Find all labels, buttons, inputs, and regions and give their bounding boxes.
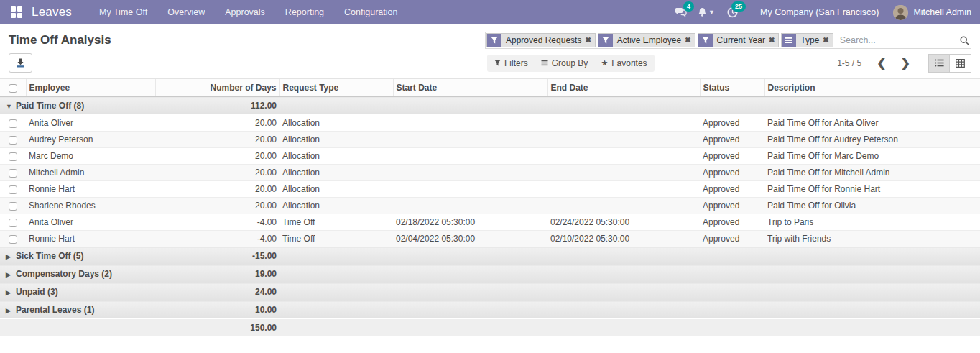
group-row-sick-time-off[interactable]: ▶Sick Time Off (5) -15.00	[0, 247, 980, 265]
column-header-number-of-days[interactable]: Number of Days	[155, 79, 279, 97]
chevron-down-icon: ▼	[708, 9, 715, 16]
download-icon	[16, 58, 25, 68]
cell-days: 20.00	[155, 132, 279, 148]
caret-right-icon: ▶	[6, 271, 16, 278]
filters-button[interactable]: Filters	[494, 58, 528, 68]
filters-label: Filters	[504, 58, 528, 68]
cell-request-type: Allocation	[279, 198, 393, 214]
cell-status: Approved	[700, 198, 764, 214]
menu-overview[interactable]: Overview	[159, 1, 213, 24]
company-switcher[interactable]: My Company (San Francisco)	[760, 7, 879, 17]
cell-days: 20.00	[155, 165, 279, 181]
group-row-unpaid[interactable]: ▶Unpaid (3) 24.00	[0, 283, 980, 301]
messages-icon[interactable]: 4	[671, 4, 690, 21]
column-header-request-type[interactable]: Request Type	[279, 79, 393, 97]
row-checkbox[interactable]	[9, 169, 17, 178]
group-label: Unpaid (3)	[16, 287, 58, 297]
table-row[interactable]: Anita Oliver 20.00 Allocation Approved P…	[0, 115, 980, 132]
notifications-bell-icon[interactable]: ▼	[697, 4, 716, 21]
cell-start-date	[393, 198, 547, 214]
cell-request-type: Allocation	[279, 165, 393, 181]
pager-range: 1-5 / 5	[837, 58, 861, 68]
row-checkbox[interactable]	[9, 119, 17, 128]
bars-icon	[541, 60, 548, 66]
cell-start-date	[393, 165, 547, 181]
column-header-start-date[interactable]: Start Date	[393, 79, 547, 97]
cell-status: Approved	[700, 132, 764, 148]
app-title[interactable]: Leaves	[32, 5, 72, 19]
cell-description: Trip to Paris	[764, 214, 980, 231]
row-checkbox[interactable]	[9, 202, 17, 211]
list-view-button[interactable]	[928, 54, 950, 73]
table-row[interactable]: Ronnie Hart -4.00 Time Off 02/04/2022 05…	[0, 231, 980, 247]
activities-badge: 25	[731, 1, 746, 12]
table-row[interactable]: Anita Oliver -4.00 Time Off 02/18/2022 0…	[0, 214, 980, 231]
pager-next-icon[interactable]: ❯	[896, 58, 915, 69]
pager-previous-icon[interactable]: ❮	[872, 58, 891, 69]
table-row[interactable]: Ronnie Hart 20.00 Allocation Approved Pa…	[0, 181, 980, 198]
group-row-paid-time-off[interactable]: ▼Paid Time Off (8) 112.00	[0, 97, 980, 115]
favorites-button[interactable]: ★ Favorites	[601, 58, 647, 68]
group-label: Sick Time Off (5)	[16, 251, 83, 261]
user-menu[interactable]: Mitchell Admin	[893, 5, 971, 20]
cell-description: Paid Time Off for Marc Demo	[764, 148, 980, 165]
export-button[interactable]	[9, 53, 32, 73]
cell-days: -4.00	[155, 214, 279, 231]
pivot-view-button[interactable]	[950, 54, 971, 73]
row-checkbox[interactable]	[9, 152, 17, 161]
facet-remove-icon[interactable]: ✖	[584, 34, 594, 47]
group-days-total: 10.00	[155, 301, 279, 319]
facet-label: Approved Requests	[501, 34, 584, 47]
search-icon[interactable]	[960, 36, 970, 45]
cell-employee: Mitchell Admin	[26, 165, 155, 181]
table-row[interactable]: Audrey Peterson 20.00 Allocation Approve…	[0, 132, 980, 148]
row-checkbox[interactable]	[9, 219, 17, 227]
cell-request-type: Allocation	[279, 181, 393, 198]
column-header-employee[interactable]: Employee	[26, 79, 155, 97]
facet-approved-requests[interactable]: Approved Requests ✖	[486, 33, 596, 47]
group-by-button[interactable]: Group By	[541, 58, 588, 68]
table-row[interactable]: Mitchell Admin 20.00 Allocation Approved…	[0, 165, 980, 181]
menu-approvals[interactable]: Approvals	[216, 1, 274, 24]
table-row[interactable]: Marc Demo 20.00 Allocation Approved Paid…	[0, 148, 980, 165]
cell-employee: Anita Oliver	[26, 115, 155, 132]
column-header-end-date[interactable]: End Date	[547, 79, 700, 97]
table-total-row: 150.00	[0, 319, 980, 336]
avatar-image	[893, 5, 908, 20]
facet-remove-icon[interactable]: ✖	[684, 34, 694, 47]
group-row-compensatory-days[interactable]: ▶Compensatory Days (2) 19.00	[0, 265, 980, 283]
row-checkbox[interactable]	[9, 235, 17, 244]
cell-description: Paid Time Off for Ronnie Hart	[764, 181, 980, 198]
group-days-total: 24.00	[155, 283, 279, 301]
facet-current-year[interactable]: Current Year ✖	[698, 33, 780, 47]
column-header-description[interactable]: Description	[764, 79, 980, 97]
row-checkbox[interactable]	[9, 136, 17, 145]
list-icon	[935, 59, 944, 67]
facet-label: Type	[796, 34, 822, 47]
group-label: Compensatory Days (2)	[16, 269, 112, 279]
menu-reporting[interactable]: Reporting	[277, 1, 333, 24]
group-by-label: Group By	[552, 58, 588, 68]
group-label: Parental Leaves (1)	[16, 305, 94, 315]
pivot-grid-icon	[956, 59, 965, 68]
avatar	[893, 5, 908, 20]
messages-badge: 4	[683, 1, 694, 12]
select-all-checkbox[interactable]	[9, 84, 17, 93]
search-input[interactable]	[836, 35, 960, 45]
cell-start-date	[393, 132, 547, 148]
menu-configuration[interactable]: Configuration	[336, 1, 406, 24]
facet-active-employee[interactable]: Active Employee ✖	[598, 33, 695, 47]
apps-menu-icon[interactable]	[9, 4, 24, 20]
column-header-status[interactable]: Status	[700, 79, 764, 97]
facet-group-by-type[interactable]: Type ✖	[781, 33, 833, 47]
cell-days: -4.00	[155, 231, 279, 247]
facet-remove-icon[interactable]: ✖	[768, 34, 778, 47]
activities-icon[interactable]: 25	[723, 4, 741, 21]
facet-remove-icon[interactable]: ✖	[822, 34, 832, 47]
table-row[interactable]: Sharlene Rhodes 20.00 Allocation Approve…	[0, 198, 980, 214]
group-row-parental-leaves[interactable]: ▶Parental Leaves (1) 10.00	[0, 301, 980, 319]
menu-my-time-off[interactable]: My Time Off	[91, 1, 156, 24]
row-checkbox[interactable]	[9, 185, 17, 194]
cell-start-date: 02/18/2022 05:30:00	[393, 214, 547, 231]
facet-label: Current Year	[713, 34, 768, 47]
